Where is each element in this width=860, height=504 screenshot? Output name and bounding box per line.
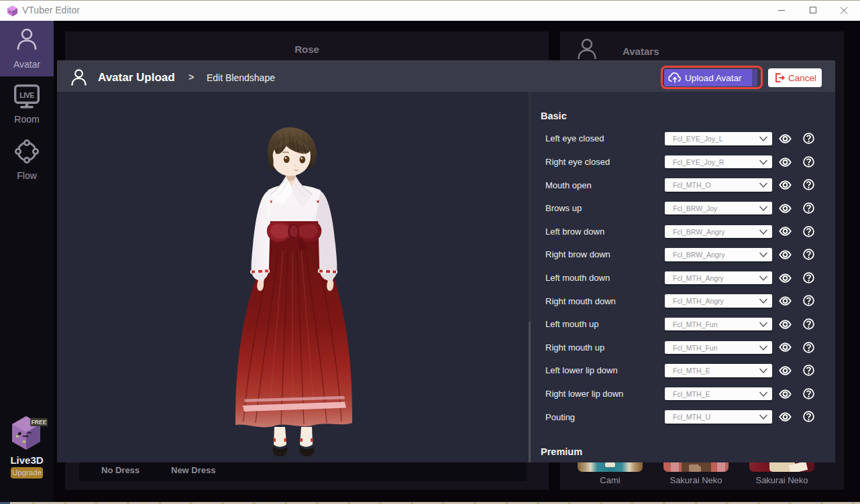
svg-text:LIVE: LIVE — [19, 91, 34, 99]
